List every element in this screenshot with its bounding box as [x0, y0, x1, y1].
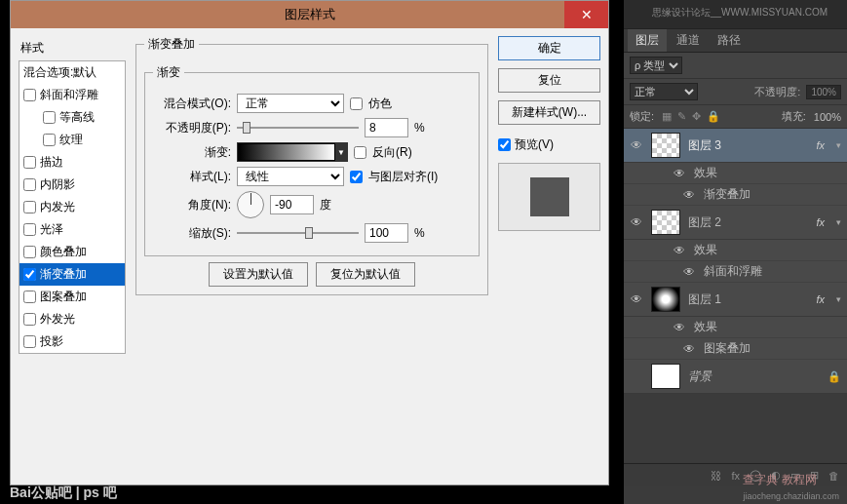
new-style-button[interactable]: 新建样式(W)...: [498, 100, 600, 125]
fx-badge[interactable]: fx: [816, 139, 828, 151]
checkbox-patternoverlay[interactable]: [23, 291, 36, 303]
checkbox-contour[interactable]: [43, 111, 56, 124]
fx-icon[interactable]: fx: [731, 470, 740, 482]
style-item-stroke[interactable]: 描边: [19, 151, 125, 174]
style-item-dropshadow[interactable]: 投影: [19, 330, 125, 353]
link-layers-icon[interactable]: ⛓: [711, 470, 721, 482]
style-item-outerglow[interactable]: 外发光: [19, 308, 125, 330]
visibility-icon[interactable]: 👁: [630, 215, 643, 229]
pct-label: %: [414, 121, 425, 135]
style-item-coloroverlay[interactable]: 颜色叠加: [19, 241, 125, 263]
reset-default-button[interactable]: 复位为默认值: [316, 262, 415, 287]
close-button[interactable]: ✕: [564, 1, 608, 28]
sidebar-title: 样式: [19, 36, 126, 60]
make-default-button[interactable]: 设置为默认值: [209, 262, 308, 287]
ok-button[interactable]: 确定: [498, 36, 600, 60]
lock-icon: 🔒: [828, 370, 841, 383]
style-label: 样式(L):: [153, 169, 231, 185]
visibility-icon[interactable]: 👁: [673, 321, 686, 334]
layer-row-background[interactable]: 👁 背景 🔒: [624, 360, 847, 394]
scale-input[interactable]: [365, 223, 408, 243]
panel-header: 思缘设计论坛__WWW.MISSYUAN.COM: [624, 0, 847, 29]
tab-layers[interactable]: 图层: [628, 29, 667, 52]
checkbox-innerglow[interactable]: [23, 201, 36, 213]
style-select[interactable]: 线性: [237, 167, 344, 186]
checkbox-innershadow[interactable]: [23, 178, 36, 191]
effects-row: 👁效果: [624, 317, 847, 338]
checkbox-stroke[interactable]: [23, 156, 36, 169]
style-item-innershadow[interactable]: 内阴影: [19, 174, 125, 196]
visibility-icon[interactable]: 👁: [630, 292, 643, 306]
slider-thumb-icon: [305, 227, 313, 239]
style-item-patternoverlay[interactable]: 图案叠加: [19, 286, 125, 308]
checkbox-gradientoverlay[interactable]: [23, 268, 36, 281]
effects-row: 👁效果: [624, 163, 847, 184]
angle-dial[interactable]: [237, 191, 264, 218]
lock-move-icon[interactable]: ✥: [692, 110, 701, 123]
tab-paths[interactable]: 路径: [710, 29, 749, 52]
angle-unit: 度: [320, 197, 331, 213]
fx-badge[interactable]: fx: [816, 216, 828, 228]
visibility-icon[interactable]: 👁: [682, 188, 696, 202]
style-item-bevel[interactable]: 斜面和浮雕: [19, 84, 125, 106]
watermark-bl: Bai公贴吧 | ps 吧: [10, 485, 117, 502]
style-item-blendopts[interactable]: 混合选项:默认: [19, 61, 125, 84]
blend-mode-select[interactable]: 正常: [237, 94, 344, 113]
visibility-icon[interactable]: 👁: [682, 265, 696, 279]
layer-name: 图层 2: [688, 214, 808, 231]
lock-pixels-icon[interactable]: ▦: [662, 110, 672, 123]
visibility-icon[interactable]: 👁: [673, 167, 686, 180]
style-item-texture[interactable]: 纹理: [19, 129, 125, 151]
style-item-innerglow[interactable]: 内发光: [19, 196, 125, 218]
opacity-label: 不透明度(P):: [153, 120, 231, 136]
tab-channels[interactable]: 通道: [669, 29, 708, 52]
visibility-icon[interactable]: 👁: [682, 342, 696, 356]
visibility-icon[interactable]: 👁: [673, 244, 686, 257]
style-item-satin[interactable]: 光泽: [19, 218, 125, 241]
dialog-titlebar[interactable]: 图层样式 ✕: [11, 1, 608, 28]
layer-opacity-value[interactable]: 100%: [806, 85, 841, 99]
filter-row: ρ 类型: [624, 53, 847, 79]
checkbox-dropshadow[interactable]: [23, 335, 36, 348]
checkbox-bevel[interactable]: [23, 89, 36, 101]
align-checkbox[interactable]: [350, 171, 363, 183]
lock-all-icon[interactable]: 🔒: [707, 110, 720, 123]
chevron-down-icon[interactable]: ▾: [836, 294, 841, 304]
blend-mode-label: 混合模式(O):: [153, 96, 231, 112]
lock-brush-icon[interactable]: ✎: [677, 110, 686, 123]
gradient-inner-group: 渐变 混合模式(O): 正常 仿色 不透明度(P): % 渐变: [144, 64, 480, 256]
layer-blend-select[interactable]: 正常: [630, 83, 698, 100]
preview-checkbox[interactable]: [498, 138, 511, 151]
scale-slider[interactable]: [237, 226, 359, 240]
style-item-contour[interactable]: 等高线: [19, 106, 125, 129]
layer-name: 图层 3: [688, 137, 808, 154]
visibility-icon[interactable]: 👁: [630, 138, 643, 152]
layer-style-dialog: 图层样式 ✕ 样式 混合选项:默认 斜面和浮雕 等高线 纹理 描边 内阴影 内发…: [10, 0, 609, 485]
layer-row-2[interactable]: 👁 图层 2 fx ▾: [624, 206, 847, 240]
fx-badge[interactable]: fx: [816, 293, 828, 305]
angle-input[interactable]: [270, 195, 314, 214]
layer-row-1[interactable]: 👁 图层 1 fx ▾: [624, 283, 847, 317]
effect-pattern-overlay: 👁图案叠加: [624, 338, 847, 360]
checkbox-coloroverlay[interactable]: [23, 246, 36, 258]
opacity-slider[interactable]: [237, 121, 359, 135]
layer-thumb-icon: [651, 210, 680, 235]
gradient-picker[interactable]: ▼: [237, 142, 348, 162]
opacity-input[interactable]: [365, 118, 408, 137]
layer-row-3[interactable]: 👁 图层 3 fx ▾: [624, 129, 847, 163]
checkbox-outerglow[interactable]: [23, 313, 36, 326]
dither-checkbox[interactable]: [350, 97, 363, 110]
chevron-down-icon[interactable]: ▾: [836, 217, 841, 227]
dither-label: 仿色: [368, 96, 392, 112]
checkbox-satin[interactable]: [23, 223, 36, 236]
reverse-checkbox[interactable]: [354, 146, 366, 159]
layer-name: 背景: [688, 368, 820, 385]
reverse-label: 反向(R): [372, 144, 412, 161]
filter-kind-select[interactable]: ρ 类型: [630, 57, 682, 74]
cancel-button[interactable]: 复位: [498, 68, 600, 93]
checkbox-texture[interactable]: [43, 134, 56, 146]
chevron-down-icon[interactable]: ▾: [836, 140, 841, 150]
fill-value[interactable]: 100%: [814, 111, 841, 123]
style-item-gradientoverlay[interactable]: 渐变叠加: [19, 263, 125, 286]
effect-gradient-overlay: 👁渐变叠加: [624, 184, 847, 206]
